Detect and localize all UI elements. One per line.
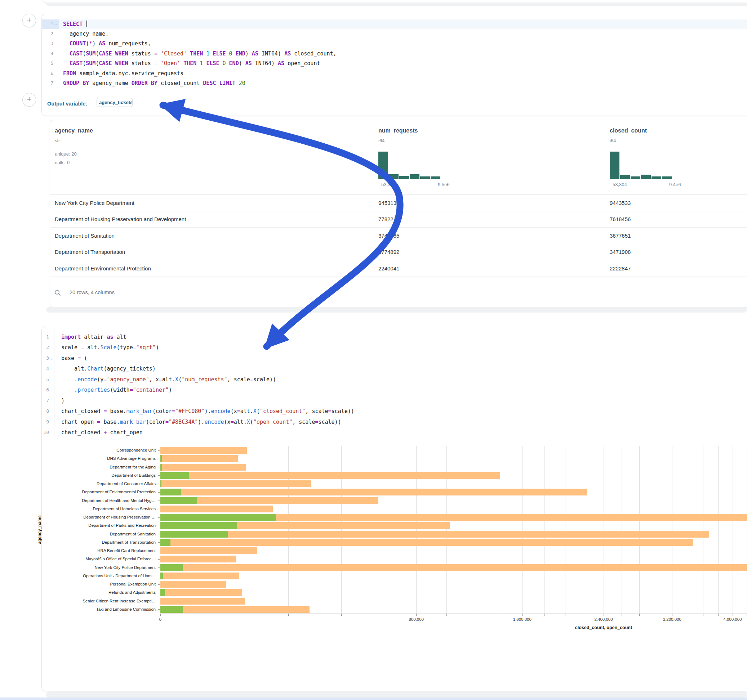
bar-open-count[interactable] (160, 539, 171, 546)
code-line[interactable]: chart_open = base.mark_bar(color="#8BC34… (61, 419, 341, 425)
table-cell[interactable]: 9443533 (610, 200, 631, 206)
x-tick-label: 800,000 (409, 617, 424, 622)
table-cell[interactable]: 3774892 (378, 249, 399, 255)
fold-chevron-icon[interactable]: ⌄ (55, 22, 57, 26)
y-category-label: Correspondence Unit (36, 446, 156, 454)
table-cell[interactable]: New York City Police Department (55, 200, 135, 206)
bar-open-count[interactable] (160, 514, 276, 520)
table-cell[interactable]: Department of Transportation (55, 249, 125, 255)
bar-open-count[interactable] (160, 606, 183, 613)
code-line[interactable]: FROM sample_data.nyc.service_requests (63, 70, 183, 77)
code-line[interactable]: chart_closed + chart_open (61, 429, 143, 436)
bar-closed-count[interactable] (160, 447, 247, 454)
bar-open-count[interactable] (160, 472, 189, 479)
bar-open-count[interactable] (160, 489, 181, 495)
table-cell[interactable]: 9453131 (378, 200, 399, 206)
column-header-agency_name[interactable]: agency_name (55, 127, 93, 134)
line-number: 7 (37, 398, 49, 403)
column-histogram-bar (662, 177, 672, 179)
bar-closed-count[interactable] (160, 547, 257, 554)
bar-open-count[interactable] (160, 480, 162, 487)
row-divider (50, 260, 747, 260)
code-line[interactable]: alt.Chart(agency_tickets) (61, 365, 156, 372)
x-tick-label: 2,400,000 (594, 617, 612, 622)
y-category-label: Department of Health and Mental Hyg… (36, 496, 156, 505)
table-cell[interactable]: 2222847 (610, 266, 631, 272)
code-line[interactable]: CAST(SUM(CASE WHEN status = 'Closed' THE… (63, 50, 337, 57)
search-icon[interactable] (54, 289, 61, 296)
code-line[interactable]: chart_closed = base.mark_bar(color="#FFC… (61, 408, 354, 415)
bar-open-count[interactable] (160, 564, 183, 571)
output-variable-pill[interactable]: agency_tickets (97, 98, 133, 107)
table-cell[interactable]: 3749485 (378, 232, 399, 239)
code-line[interactable]: .properties(width="container") (61, 387, 172, 393)
column-histogram-bar (620, 175, 630, 179)
table-cell[interactable]: 3471908 (610, 249, 631, 255)
code-line[interactable]: ) (61, 398, 65, 404)
bar-open-count[interactable] (160, 455, 162, 462)
x-axis-line (160, 614, 747, 614)
code-line[interactable]: .encode(y="agency_name", x=alt.X("num_re… (61, 376, 276, 383)
y-tick (158, 526, 160, 526)
y-tick (158, 567, 160, 568)
bar-closed-count[interactable] (160, 581, 226, 588)
table-cell[interactable]: Department of Housing Preservation and D… (55, 216, 186, 222)
bar-open-count[interactable] (160, 522, 237, 529)
y-category-label: DHS Advantage Programs (36, 454, 156, 463)
code-line[interactable]: agency_name, (63, 31, 109, 37)
bar-open-count[interactable] (160, 573, 163, 579)
y-category-label: Department of Transportation (36, 538, 156, 547)
bar-closed-count[interactable] (160, 505, 273, 512)
table-cell[interactable]: 7618456 (610, 216, 631, 222)
column-header-closed_count[interactable]: closed_count (610, 127, 647, 134)
gridline (544, 446, 544, 614)
code-line[interactable]: scale = alt.Scale(type="sqrt") (61, 344, 159, 351)
gridline (656, 446, 656, 614)
line-number: 1 (41, 21, 53, 26)
cell-gap-band-top (46, 3, 747, 6)
add-cell-button-top[interactable]: + (22, 14, 36, 27)
column-stat: nulls: 0 (55, 160, 70, 165)
table-cell[interactable]: 3677651 (610, 232, 631, 239)
bar-closed-count[interactable] (160, 573, 239, 579)
bar-closed-count[interactable] (160, 489, 587, 495)
bar-closed-count[interactable] (160, 556, 236, 563)
active-line-highlight (42, 20, 747, 30)
fold-chevron-icon[interactable]: ⌄ (50, 356, 53, 361)
bar-closed-count[interactable] (160, 455, 238, 462)
y-category-label: Personal Exemption Unit (36, 580, 156, 588)
bar-closed-count[interactable] (160, 531, 709, 538)
output-variable-label: Output variable: (47, 101, 87, 107)
bar-closed-count[interactable] (160, 564, 747, 571)
code-line[interactable]: base = ( (61, 355, 87, 362)
y-tick (158, 517, 160, 518)
bar-open-count[interactable] (160, 531, 228, 538)
table-cell[interactable]: Department of Environmental Protection (55, 266, 151, 272)
code-line[interactable]: COUNT(*) AS num_requests, (63, 40, 151, 47)
table-cell[interactable]: 2240041 (378, 266, 399, 272)
column-header-num_requests[interactable]: num_requests (378, 127, 417, 134)
bar-closed-count[interactable] (160, 464, 246, 471)
bar-closed-count[interactable] (160, 598, 245, 605)
table-cell[interactable]: Department of Sanitation (55, 232, 115, 239)
bar-open-count[interactable] (160, 497, 197, 504)
code-line[interactable]: import altair as alt (61, 334, 127, 340)
gridline (733, 446, 733, 614)
code-line[interactable]: CAST(SUM(CASE WHEN status = 'Open' THEN … (63, 60, 320, 66)
bar-closed-count[interactable] (160, 589, 242, 596)
add-cell-button-middle[interactable]: + (22, 93, 36, 107)
table-cell[interactable]: 7782211 (378, 216, 399, 222)
line-number: 1 (37, 334, 49, 339)
column-histogram-bar (378, 152, 388, 179)
code-line[interactable]: GROUP BY agency_name ORDER BY closed_cou… (63, 80, 245, 86)
code-line[interactable]: SELECT (63, 21, 87, 27)
y-tick (158, 501, 160, 501)
line-number: 6 (37, 387, 49, 392)
gridline (688, 446, 688, 614)
bar-open-count[interactable] (160, 464, 162, 471)
bar-closed-count[interactable] (160, 480, 311, 487)
bar-open-count[interactable] (160, 589, 165, 596)
gridline (639, 446, 640, 614)
bar-closed-count[interactable] (160, 472, 500, 479)
bar-closed-count[interactable] (160, 539, 693, 546)
